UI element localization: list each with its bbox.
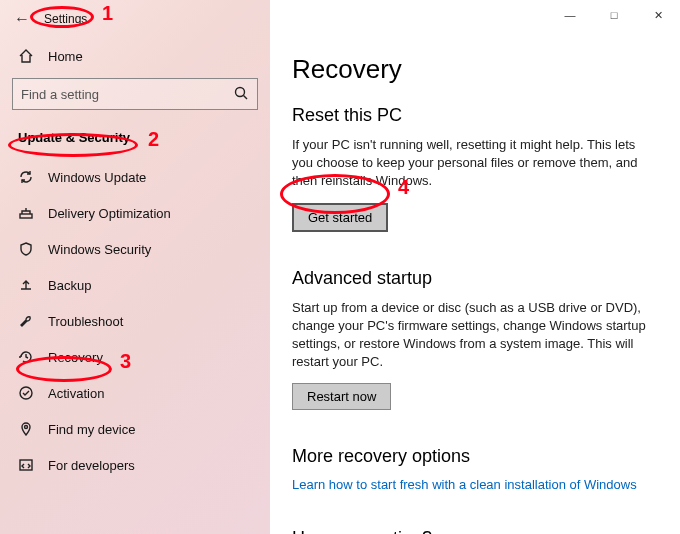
app-title: Settings: [44, 12, 87, 26]
svg-point-4: [25, 426, 28, 429]
fresh-start-link[interactable]: Learn how to start fresh with a clean in…: [292, 477, 637, 492]
sync-icon: [18, 169, 34, 185]
reset-body: If your PC isn't running well, resetting…: [292, 136, 658, 191]
search-input-container[interactable]: [12, 78, 258, 110]
svg-point-3: [20, 387, 32, 399]
sidebar-item-label: For developers: [48, 458, 135, 473]
maximize-button[interactable]: □: [592, 0, 636, 30]
close-button[interactable]: ✕: [636, 0, 680, 30]
sidebar-item-label: Find my device: [48, 422, 135, 437]
page-title: Recovery: [292, 54, 658, 85]
sidebar-item-recovery[interactable]: Recovery: [0, 339, 270, 375]
sidebar-item-troubleshoot[interactable]: Troubleshoot: [0, 303, 270, 339]
sidebar-item-label: Delivery Optimization: [48, 206, 171, 221]
sidebar-item-find-my-device[interactable]: Find my device: [0, 411, 270, 447]
shield-icon: [18, 241, 34, 257]
svg-point-0: [236, 87, 245, 96]
delivery-icon: [18, 205, 34, 221]
sidebar-item-label: Recovery: [48, 350, 103, 365]
content-pane: ― □ ✕ Recovery Reset this PC If your PC …: [270, 0, 680, 534]
sidebar-item-label: Troubleshoot: [48, 314, 123, 329]
sidebar-item-label: Home: [48, 49, 83, 64]
home-icon: [18, 48, 34, 64]
restart-now-button[interactable]: Restart now: [292, 383, 391, 410]
search-icon: [233, 85, 249, 104]
code-icon: [18, 457, 34, 473]
get-started-button[interactable]: Get started: [292, 203, 388, 232]
wrench-icon: [18, 313, 34, 329]
sidebar-item-activation[interactable]: Activation: [0, 375, 270, 411]
sidebar-item-label: Activation: [48, 386, 104, 401]
sidebar-item-for-developers[interactable]: For developers: [0, 447, 270, 483]
svg-line-1: [244, 95, 248, 99]
sidebar-item-backup[interactable]: Backup: [0, 267, 270, 303]
sidebar-item-windows-security[interactable]: Windows Security: [0, 231, 270, 267]
sidebar-item-label: Windows Update: [48, 170, 146, 185]
location-icon: [18, 421, 34, 437]
sidebar-item-windows-update[interactable]: Windows Update: [0, 159, 270, 195]
sidebar-item-label: Backup: [48, 278, 91, 293]
svg-rect-2: [20, 214, 32, 218]
advanced-heading: Advanced startup: [292, 268, 658, 289]
history-icon: [18, 349, 34, 365]
sidebar-item-delivery-optimization[interactable]: Delivery Optimization: [0, 195, 270, 231]
sidebar: ← Settings Home Update & Security Window…: [0, 0, 270, 534]
check-circle-icon: [18, 385, 34, 401]
back-icon[interactable]: ←: [14, 10, 32, 28]
more-heading: More recovery options: [292, 446, 658, 467]
minimize-button[interactable]: ―: [548, 0, 592, 30]
backup-icon: [18, 277, 34, 293]
reset-heading: Reset this PC: [292, 105, 658, 126]
sidebar-item-label: Windows Security: [48, 242, 151, 257]
advanced-body: Start up from a device or disc (such as …: [292, 299, 658, 372]
section-header: Update & Security: [0, 126, 270, 159]
sidebar-item-home[interactable]: Home: [0, 38, 270, 74]
question-heading: Have a question?: [292, 528, 658, 534]
search-input[interactable]: [21, 87, 233, 102]
svg-rect-5: [20, 460, 32, 470]
